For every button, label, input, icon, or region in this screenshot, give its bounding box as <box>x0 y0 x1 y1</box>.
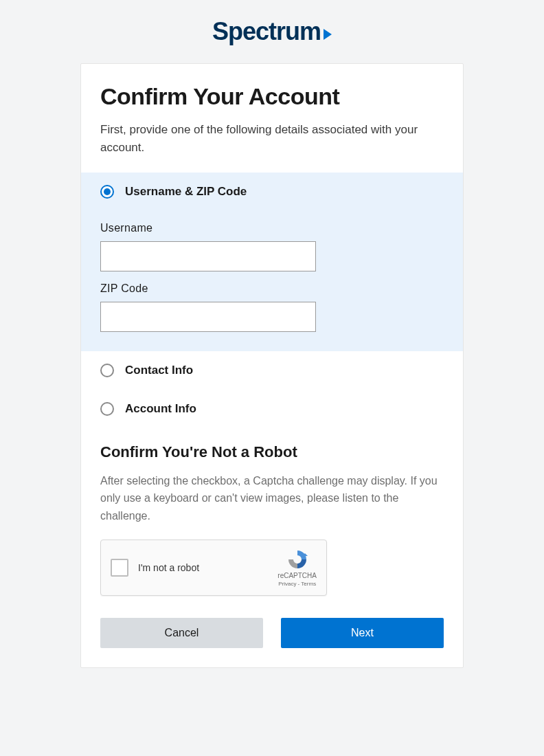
radio-account-info[interactable] <box>100 402 114 416</box>
recaptcha-links[interactable]: Privacy - Terms <box>278 581 316 587</box>
captcha-title: Confirm You're Not a Robot <box>100 443 444 461</box>
recaptcha-widget: I'm not a robot reCAPTCHA Privacy - Term… <box>100 540 327 596</box>
radio-username-zip[interactable] <box>100 185 114 199</box>
cancel-button[interactable]: Cancel <box>100 618 263 648</box>
zip-label: ZIP Code <box>100 282 444 295</box>
radio-contact-info[interactable] <box>100 364 114 377</box>
page-title: Confirm Your Account <box>100 83 444 110</box>
spectrum-logo: Spectrum <box>212 17 332 46</box>
recaptcha-checkbox[interactable] <box>111 559 128 577</box>
captcha-section: Confirm You're Not a Robot After selecti… <box>81 428 463 603</box>
captcha-description: After selecting the checkbox, a Captcha … <box>100 472 444 525</box>
option-label-username-zip: Username & ZIP Code <box>125 185 247 199</box>
play-icon <box>324 29 332 40</box>
confirm-account-card: Confirm Your Account First, provide one … <box>80 63 464 668</box>
recaptcha-branding: reCAPTCHA Privacy - Terms <box>277 548 317 587</box>
option-username-zip[interactable]: Username & ZIP Code Username ZIP Code <box>81 173 463 351</box>
option-account-info[interactable]: Account Info <box>81 390 463 428</box>
username-zip-fields: Username ZIP Code <box>100 222 444 332</box>
option-label-contact: Contact Info <box>125 364 193 377</box>
option-label-account: Account Info <box>125 402 196 416</box>
username-input[interactable] <box>100 241 316 271</box>
button-row: Cancel Next <box>81 603 463 667</box>
option-contact-info[interactable]: Contact Info <box>81 351 463 390</box>
page-subtitle: First, provide one of the following deta… <box>100 121 444 157</box>
recaptcha-label: I'm not a robot <box>138 562 268 573</box>
next-button[interactable]: Next <box>281 618 444 648</box>
username-label: Username <box>100 222 444 234</box>
zip-input[interactable] <box>100 302 316 332</box>
logo-text: Spectrum <box>212 17 321 46</box>
card-header: Confirm Your Account First, provide one … <box>81 64 463 173</box>
recaptcha-icon <box>286 548 308 570</box>
recaptcha-brand: reCAPTCHA <box>277 572 317 579</box>
